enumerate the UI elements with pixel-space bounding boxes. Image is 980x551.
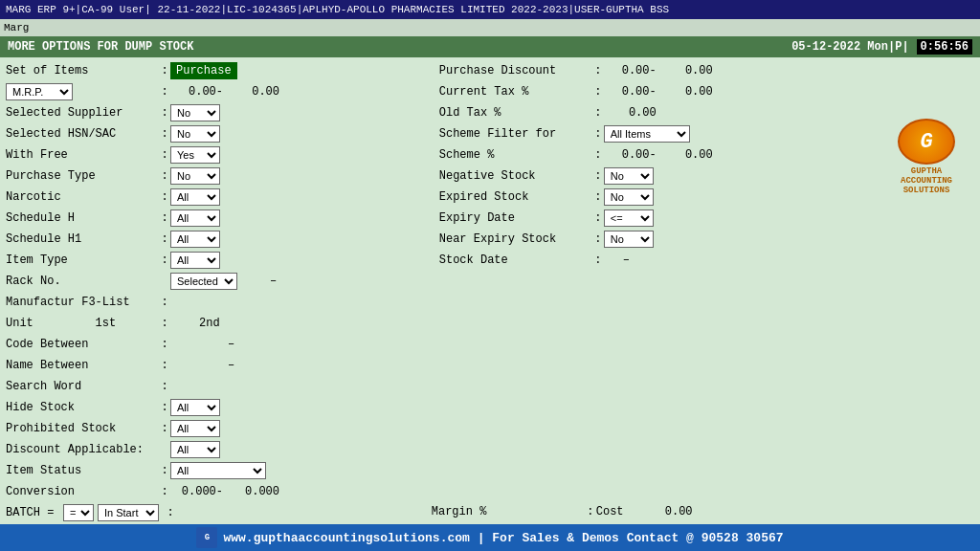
current-tax-row: Current Tax % : 0.00- 0.00: [439, 82, 974, 101]
prohibited-stock-label: Prohibited Stock: [6, 422, 159, 435]
item-status-select[interactable]: AllActiveInactive: [170, 462, 266, 479]
batch-operator-select[interactable]: =><: [63, 504, 94, 521]
left-panel: Set of Items : Purchase M.R.P. : 0.00- 0…: [6, 61, 432, 520]
conversion-label: Conversion: [6, 485, 159, 498]
expired-stock-label: Expired Stock: [439, 190, 592, 204]
set-of-items-row: Set of Items : Purchase: [6, 61, 424, 80]
old-tax-label: Old Tax %: [439, 106, 592, 120]
footer-text: www.gupthaaccountingsolutions.com | For …: [223, 531, 783, 545]
item-type-select[interactable]: AllYesNo: [170, 252, 220, 269]
selected-supplier-row: Selected Supplier : NoYes: [6, 103, 424, 122]
selected-hsn-select[interactable]: NoYes: [170, 125, 220, 143]
unit-label: Unit 1st: [6, 317, 159, 330]
footer-bar: G www.gupthaaccountingsolutions.com | Fo…: [0, 524, 980, 551]
name-between-row: Name Between : –: [6, 356, 424, 375]
negative-stock-select[interactable]: NoYes: [604, 167, 654, 185]
scheme-percent-label: Scheme %: [439, 148, 592, 162]
set-items-box: Purchase: [170, 62, 237, 79]
purchase-discount-label: Purchase Discount: [439, 64, 592, 77]
title-text: MARG ERP 9+|CA-99 User| 22-11-2022|LIC-1…: [6, 4, 669, 15]
search-word-label: Search Word: [6, 380, 159, 393]
menu-text: Marg: [4, 22, 29, 33]
header-time: 0:56:56: [917, 39, 972, 55]
manufactur-label: Manufactur F3-List: [6, 296, 159, 309]
item-status-label: Item Status: [6, 464, 159, 477]
narcotic-select[interactable]: AllYesNo: [170, 188, 220, 206]
search-word-row: Search Word :: [6, 377, 424, 396]
narcotic-row: Narcotic : AllYesNo: [6, 187, 424, 207]
purchase-type-label: Purchase Type: [6, 169, 159, 183]
footer-logo: G: [196, 527, 217, 548]
schedule-h-row: Schedule H : AllYesNo: [6, 209, 424, 228]
code-between-row: Code Between : –: [6, 335, 424, 354]
near-expiry-label: Near Expiry Stock: [439, 232, 592, 246]
selected-hsn-label: Selected HSN/SAC: [6, 127, 159, 141]
unit-row: Unit 1st : 2nd: [6, 314, 424, 333]
batch-label: BATCH =: [6, 506, 61, 519]
hide-stock-label: Hide Stock: [6, 401, 159, 414]
batch-start-select[interactable]: In StartContains: [98, 504, 159, 521]
purchase-type-row: Purchase Type : NoYes: [6, 166, 424, 186]
title-bar: MARG ERP 9+|CA-99 User| 22-11-2022|LIC-1…: [0, 0, 980, 19]
menu-bar: Marg: [0, 19, 980, 36]
selected-supplier-select[interactable]: NoYes: [170, 104, 220, 121]
main-content: Set of Items : Purchase M.R.P. : 0.00- 0…: [0, 57, 980, 524]
guptha-logo-text: GUPTHAACCOUNTING SOLUTIONS: [888, 166, 965, 195]
discount-applicable-row: Discount Applicable: AllYesNo: [6, 440, 424, 459]
margin-row: Margin % : Cost 0.00: [432, 505, 693, 518]
hide-stock-select[interactable]: AllYesNo: [170, 399, 220, 416]
schedule-h-label: Schedule H: [6, 211, 159, 225]
with-free-label: With Free: [6, 148, 159, 162]
near-expiry-select[interactable]: NoYes: [604, 231, 654, 248]
prohibited-stock-select[interactable]: AllYesNo: [170, 420, 220, 437]
expiry-date-label: Expiry Date: [439, 211, 592, 225]
rack-no-label: Rack No.: [6, 275, 159, 288]
discount-applicable-select[interactable]: AllYesNo: [170, 441, 220, 458]
with-free-row: With Free : YesNo: [6, 145, 424, 165]
batch-row: BATCH = =>< In StartContains :: [6, 503, 424, 522]
selected-hsn-row: Selected HSN/SAC : NoYes: [6, 124, 424, 143]
header-right: 05-12-2022 Mon|P| 0:56:56: [791, 39, 972, 55]
header-title: MORE OPTIONS FOR DUMP STOCK: [8, 40, 193, 54]
set-of-items-label: Set of Items: [6, 64, 159, 77]
header-bar: MORE OPTIONS FOR DUMP STOCK 05-12-2022 M…: [0, 36, 980, 57]
mrp-select[interactable]: M.R.P.: [6, 83, 73, 100]
expiry-date-row: Expiry Date : <=>==: [439, 209, 974, 228]
scheme-filter-select[interactable]: All ItemsSelected: [604, 125, 690, 143]
selected-supplier-label: Selected Supplier: [6, 106, 159, 120]
schedule-h1-select[interactable]: AllYesNo: [170, 231, 220, 248]
code-between-label: Code Between: [6, 338, 159, 351]
narcotic-label: Narcotic: [6, 190, 159, 204]
with-free-select[interactable]: YesNo: [170, 146, 220, 164]
schedule-h-select[interactable]: AllYesNo: [170, 209, 220, 227]
stock-date-label: Stock Date: [439, 253, 592, 267]
guptha-logo-circle: G: [898, 119, 955, 165]
purchase-discount-row: Purchase Discount : 0.00- 0.00: [439, 61, 974, 80]
current-tax-label: Current Tax %: [439, 85, 592, 99]
set-of-items-value: Purchase: [170, 62, 424, 79]
schedule-h1-row: Schedule H1 : AllYesNo: [6, 230, 424, 249]
hide-stock-row: Hide Stock : AllYesNo: [6, 398, 424, 417]
discount-applicable-label: Discount Applicable:: [6, 443, 159, 456]
rack-no-select[interactable]: SelectedAll: [170, 273, 237, 290]
manufactur-row: Manufactur F3-List :: [6, 293, 424, 312]
header-date: 05-12-2022 Mon|P|: [791, 40, 908, 54]
expired-stock-select[interactable]: NoYes: [604, 188, 654, 206]
expiry-date-select[interactable]: <=>==: [604, 209, 654, 227]
item-status-row: Item Status : AllActiveInactive: [6, 461, 424, 480]
schedule-h1-label: Schedule H1: [6, 232, 159, 246]
scheme-filter-label: Scheme Filter for: [439, 127, 592, 141]
conversion-row: Conversion : 0.000- 0.000: [6, 482, 424, 501]
right-panel: Purchase Discount : 0.00- 0.00 Current T…: [432, 61, 974, 520]
item-type-row: Item Type : AllYesNo: [6, 251, 424, 270]
item-type-label: Item Type: [6, 253, 159, 267]
negative-stock-label: Negative Stock: [439, 169, 592, 183]
guptha-logo: G GUPTHAACCOUNTING SOLUTIONS: [888, 119, 965, 195]
margin-value: Cost 0.00: [596, 505, 693, 518]
rack-no-row: Rack No. SelectedAll –: [6, 272, 424, 291]
margin-label: Margin %: [432, 505, 585, 518]
stock-date-row: Stock Date : –: [439, 251, 974, 270]
prohibited-stock-row: Prohibited Stock : AllYesNo: [6, 419, 424, 438]
purchase-type-select[interactable]: NoYes: [170, 167, 220, 185]
mrp-row: M.R.P. : 0.00- 0.00: [6, 82, 424, 101]
